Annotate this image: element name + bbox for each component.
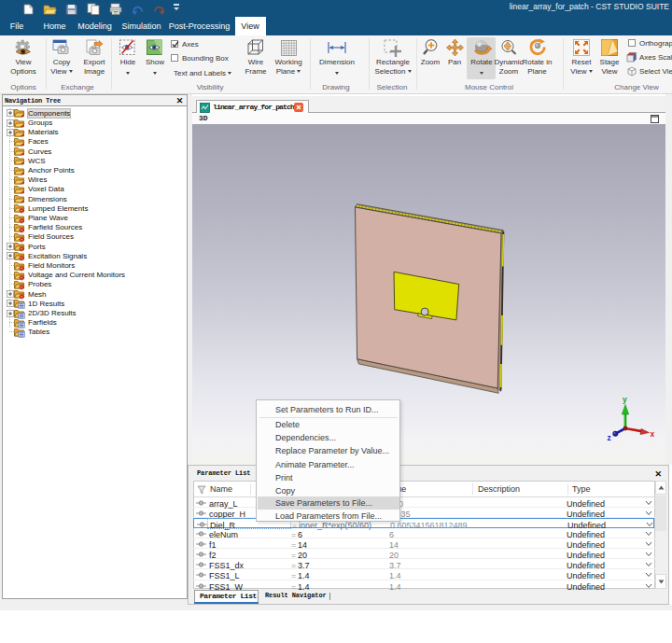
svg-text:x: x (651, 429, 655, 439)
svg-text:y: y (623, 395, 627, 404)
svg-text:z: z (608, 433, 611, 442)
